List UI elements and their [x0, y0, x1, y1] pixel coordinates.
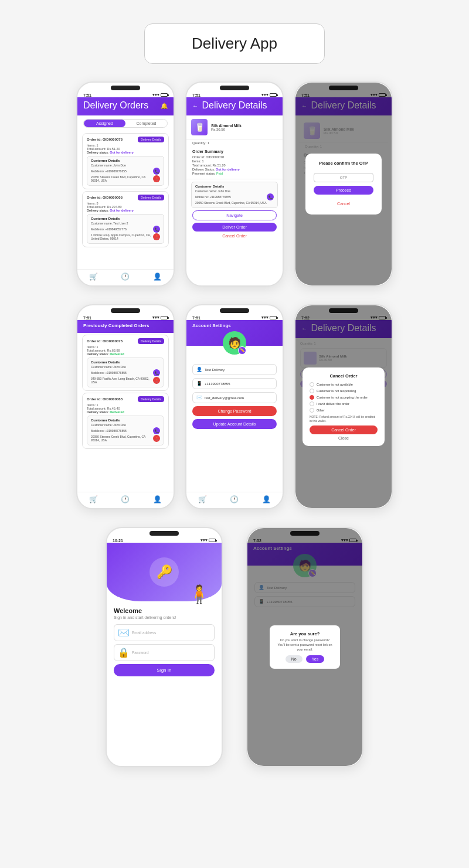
fullname-value: Test Delivery — [205, 368, 225, 372]
nav-home-5[interactable]: 🛒 — [198, 495, 207, 503]
update-account-btn[interactable]: Update Account Details — [192, 419, 277, 429]
email-login-field[interactable]: ✉️ Email address — [114, 624, 215, 641]
product-image: 🥛 — [191, 119, 208, 135]
radio-3-selected[interactable] — [310, 395, 314, 400]
sure-title: Are you sure? — [277, 631, 333, 636]
deliver-order-btn[interactable]: Deliver Order — [192, 223, 277, 232]
otp-input[interactable] — [314, 173, 373, 182]
reason-4: I can't deliver the order — [310, 401, 378, 406]
delivery-details-btn-2[interactable]: Delivery Details — [138, 195, 164, 200]
comp-loc-2[interactable]: 📍 — [153, 435, 160, 442]
nav-home-icon[interactable]: 🛒 — [89, 273, 98, 281]
nav-history-icon[interactable]: 🕐 — [121, 273, 130, 281]
comp-loc-1[interactable]: 📍 — [153, 377, 160, 384]
email-placeholder: Email address — [132, 631, 156, 635]
customer-details-1: Customer Details Customer name: John Doe… — [87, 156, 164, 186]
comp-details-btn-1[interactable]: Delivery Details — [138, 338, 164, 344]
phone7-notch — [149, 531, 179, 536]
wifi-icon-5: ▾▾▾ — [261, 315, 269, 320]
summary-items: Items: 1 — [192, 159, 277, 163]
password-field-icon: 🔒 — [118, 647, 130, 658]
bottom-nav-5: 🛒 🕐 👤 — [186, 492, 283, 508]
summary-delivery-status: Delivery Status: Out for delivery — [192, 168, 277, 171]
password-login-field[interactable]: 🔒 Password — [114, 644, 215, 661]
otp-modal: Please confirm the OTP Proceed Cancel — [305, 154, 382, 215]
proceed-btn[interactable]: Proceed — [314, 186, 373, 195]
tab-assigned[interactable]: Assigned — [84, 120, 125, 127]
tab-completed[interactable]: Completed — [125, 120, 167, 127]
status-delivered-1: Delivered — [110, 352, 124, 356]
phone-notch — [111, 86, 140, 90]
call-btn-2[interactable]: 📞 — [153, 226, 160, 233]
comp-cust-name-2: Customer name: John Doe — [91, 423, 126, 427]
nav-home-4[interactable]: 🛒 — [89, 495, 98, 503]
phones-row-2: 7:51 ▾▾▾ Previously Completed Orders Ord… — [76, 304, 393, 509]
welcome-title: Welcome — [114, 607, 142, 614]
comp-cust-mobile-1: Mobile no: +919988776855 — [91, 371, 127, 375]
radio-5[interactable] — [310, 408, 314, 413]
phone-login: 10:21 ▾▾▾ 🔑 🧍 Welcome Sign in and start … — [106, 527, 223, 767]
nav-history-5[interactable]: 🕐 — [230, 495, 239, 503]
delivery-orders-header: Delivery Orders 🔔 — [77, 97, 174, 115]
sure-no-btn[interactable]: No — [286, 655, 303, 663]
sure-yes-btn[interactable]: Yes — [306, 655, 324, 663]
wifi-icon-2: ▾▾▾ — [261, 93, 269, 97]
change-password-btn[interactable]: Change Password — [192, 406, 277, 416]
reason-2-label: Customer is not responding — [317, 389, 356, 393]
close-cancel-modal[interactable]: Close — [310, 436, 378, 440]
summary-amount: Total amount: Rs.51.20 — [192, 164, 277, 167]
status-out-1: Out for delivery — [110, 151, 134, 154]
nav-profile-5[interactable]: 👤 — [262, 495, 271, 503]
account-fields: 👤 Test Delivery 📱 +111990778855 ✉️ test_… — [186, 359, 283, 492]
otp-modal-title: Please confirm the OTP — [314, 161, 373, 166]
cancel-order-confirm-btn[interactable]: Cancel Order — [310, 426, 378, 434]
phone-account-settings: 7:51 ▾▾▾ Account Settings 🧑 ✏️ 👤 Test De… — [185, 304, 284, 509]
welcome-subtitle: Sign in and start delivering orders! — [114, 615, 176, 619]
call-btn-p2[interactable]: 📞 — [267, 193, 274, 200]
order-id-1: Order id: OID0000076 — [87, 138, 123, 141]
summary-order-id: Order id: OID0000078 — [192, 155, 277, 159]
reason-2: Customer is not responding — [310, 389, 378, 393]
radio-4[interactable] — [310, 401, 314, 406]
summary-status-text: Out for delivery — [216, 168, 240, 171]
mobile-value: +111990778855 — [205, 382, 230, 386]
customer-address-2: 1 Infinite Loop, Apple Campus, Cupertino… — [91, 233, 153, 240]
sign-in-btn[interactable]: Sign In — [114, 664, 215, 676]
radio-1[interactable] — [310, 382, 314, 387]
comp-call-1[interactable]: 📞 — [153, 369, 160, 376]
sure-modal: Are you sure? Do you want to change pass… — [270, 625, 340, 668]
key-icon: 🔑 — [157, 564, 172, 580]
nav-profile-4[interactable]: 👤 — [153, 495, 162, 503]
location-btn-2[interactable]: 📍 — [153, 233, 160, 240]
reason-1-label: Customer is not available — [317, 383, 353, 386]
product-name: Silk Almond Milk — [211, 124, 278, 128]
product-info: Silk Almond Milk Rs.30.50 — [211, 124, 278, 131]
avatar: 🧑 ✏️ — [223, 331, 246, 355]
comp-cust-addr-1: 349-350 Pacific Ave, Long Beach, CA 9080… — [91, 377, 153, 384]
nav-profile-icon[interactable]: 👤 — [153, 273, 162, 281]
edit-avatar-badge[interactable]: ✏️ — [238, 346, 246, 355]
otp-cancel-link[interactable]: Cancel — [337, 202, 350, 206]
phone5-notch — [220, 308, 249, 313]
completed-header: Previously Completed Orders — [77, 320, 174, 333]
customer-details-phone2: Customer Details Customer name: John Doe… — [191, 182, 278, 208]
nav-history-4[interactable]: 🕐 — [121, 495, 130, 503]
customer-name-1: Customer name: John Doe — [91, 164, 126, 167]
orders-list: Order id: OID0000076 Delivery Details It… — [77, 131, 174, 269]
time-4: 7:51 — [83, 316, 91, 320]
navigate-btn[interactable]: Navigate — [192, 210, 277, 220]
comp-details-btn-2[interactable]: Delivery Details — [138, 396, 164, 402]
delivery-details-btn-1[interactable]: Delivery Details — [138, 137, 164, 142]
details-title: Delivery Details — [202, 100, 267, 111]
phone-delivery-details: 7:51 ▾▾▾ ← Delivery Details 🥛 Silk Almon… — [185, 81, 284, 287]
comp-cust-mobile-2: Mobile no: +919988776855 — [91, 429, 127, 433]
email-field: ✉️ test_delivery@gmail.com — [192, 392, 277, 403]
back-arrow-2[interactable]: ← — [192, 103, 198, 109]
radio-2[interactable] — [310, 389, 314, 393]
battery-icon-2 — [270, 93, 277, 97]
call-btn-1[interactable]: 📞 — [153, 168, 160, 175]
comp-call-2[interactable]: 📞 — [153, 427, 160, 434]
location-btn-1[interactable]: 📍 — [153, 175, 160, 182]
cancel-order-link[interactable]: Cancel Order — [186, 234, 283, 238]
status-bar-2: 7:51 ▾▾▾ — [186, 90, 283, 97]
